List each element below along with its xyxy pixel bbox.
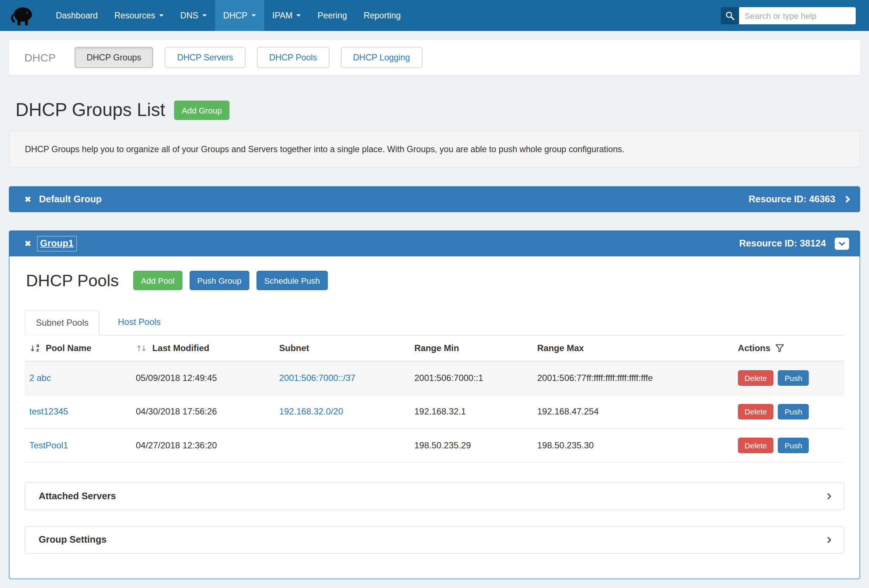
subnet-pools-table: ↓az Pool Name ↑↓ Last Modified Subnet Ra… <box>25 336 844 463</box>
accordion-label: Group Settings <box>39 535 107 546</box>
nav-label: DNS <box>180 11 198 21</box>
delete-button[interactable]: Delete <box>738 404 774 420</box>
pool-name-link[interactable]: 2 abc <box>30 373 51 383</box>
pool-name-cell: 2 abc <box>25 361 132 395</box>
range-max-cell: 2001:506:77ff:ffff:ffff:ffff:ffff:fffe <box>533 361 734 395</box>
nav-item-dns[interactable]: DNS <box>172 0 215 31</box>
last-modified-cell: 04/27/2018 12:36:20 <box>131 428 274 462</box>
subnet-cell <box>275 428 410 462</box>
groups-description: DHCP Groups help you to organize all of … <box>9 130 860 168</box>
group1-body: DHCP Pools Add Pool Push Group Schedule … <box>9 256 860 579</box>
push-button[interactable]: Push <box>778 438 809 453</box>
group-header-right: Resource ID: 38124 <box>739 237 849 249</box>
group-panel-group1: ✖ Group1 Resource ID: 38124 DHCP Pools A… <box>9 231 860 579</box>
col-header-range-min: Range Min <box>410 336 532 361</box>
nav-label: IPAM <box>272 11 293 21</box>
subnet-link[interactable]: 2001:506:7000::/37 <box>279 373 356 383</box>
col-label: Actions <box>738 344 770 353</box>
main-nav: Dashboard Resources DNS DHCP IPAM Peerin… <box>47 0 409 31</box>
pool-tabs: Subnet Pools Host Pools <box>25 310 844 336</box>
push-button[interactable]: Push <box>778 370 809 386</box>
nav-item-peering[interactable]: Peering <box>309 0 355 31</box>
subnet-link[interactable]: 192.168.32.0/20 <box>279 407 344 416</box>
col-label: Last Modified <box>152 344 209 353</box>
section-tab-bar: DHCP DHCP Groups DHCP Servers DHCP Pools… <box>9 40 860 75</box>
group-name-link[interactable]: Group1 <box>39 238 75 249</box>
group-header-group1[interactable]: ✖ Group1 Resource ID: 38124 <box>9 231 860 257</box>
tab-dhcp-logging[interactable]: DHCP Logging <box>341 47 422 68</box>
range-min-cell: 2001:506:7000::1 <box>410 361 532 395</box>
caret-down-icon <box>251 14 256 16</box>
col-label: Range Max <box>537 344 584 353</box>
range-min-cell: 192.168.32.1 <box>410 395 532 429</box>
sort-alpha-icon[interactable]: ↓az <box>30 344 39 353</box>
delete-button[interactable]: Delete <box>738 370 774 386</box>
tab-subnet-pools[interactable]: Subnet Pools <box>25 310 100 336</box>
elephant-logo[interactable] <box>10 4 36 27</box>
col-label: Subnet <box>279 344 309 353</box>
nav-item-resources[interactable]: Resources <box>106 0 172 31</box>
nav-label: DHCP <box>223 11 247 21</box>
col-label: Range Min <box>414 344 459 353</box>
col-header-range-max: Range Max <box>533 336 734 361</box>
search-icon[interactable] <box>721 7 739 24</box>
caret-down-icon <box>202 14 206 16</box>
global-search <box>721 7 856 24</box>
tab-dhcp-servers[interactable]: DHCP Servers <box>165 47 245 68</box>
group-panel-default: ✖ Default Group Resource ID: 46363 <box>9 187 860 213</box>
elephant-logo-graphic <box>10 4 36 27</box>
page-title: DHCP Groups List <box>15 99 165 120</box>
col-header-pool-name[interactable]: ↓az Pool Name <box>25 336 132 361</box>
group-name: Default Group <box>39 194 102 205</box>
table-row: TestPool1 04/27/2018 12:36:20 198.50.235… <box>25 428 844 462</box>
col-label: Pool Name <box>46 344 91 353</box>
filter-icon[interactable] <box>776 345 784 352</box>
chevron-right-icon[interactable] <box>843 196 850 203</box>
nav-item-dhcp[interactable]: DHCP <box>215 0 264 31</box>
delete-button[interactable]: Delete <box>738 438 774 453</box>
push-button[interactable]: Push <box>778 404 809 420</box>
range-min-cell: 198.50.235.29 <box>410 428 532 462</box>
close-icon[interactable]: ✖ <box>24 194 31 204</box>
pool-name-link[interactable]: test12345 <box>30 407 68 416</box>
pool-name-cell: TestPool1 <box>25 428 132 462</box>
tab-host-pools[interactable]: Host Pools <box>107 310 171 335</box>
actions-cell: Delete Push <box>733 361 844 395</box>
section-label: DHCP <box>24 51 56 64</box>
col-header-subnet: Subnet <box>275 336 410 361</box>
close-icon[interactable]: ✖ <box>24 238 31 248</box>
group-settings-accordion[interactable]: Group Settings <box>25 526 844 554</box>
group-header-default[interactable]: ✖ Default Group Resource ID: 46363 <box>9 187 860 213</box>
attached-servers-accordion[interactable]: Attached Servers <box>25 483 844 510</box>
nav-label: Reporting <box>364 11 401 21</box>
caret-down-icon <box>296 14 301 16</box>
add-group-button[interactable]: Add Group <box>174 100 230 120</box>
col-header-actions: Actions <box>733 336 844 361</box>
groups-description-text: DHCP Groups help you to organize all of … <box>25 144 625 154</box>
search-input[interactable] <box>739 7 856 24</box>
resource-id: Resource ID: 46363 <box>749 194 835 205</box>
group-header-right: Resource ID: 46363 <box>749 194 849 205</box>
last-modified-cell: 04/30/2018 17:56:26 <box>131 395 274 429</box>
tab-dhcp-groups[interactable]: DHCP Groups <box>74 47 153 68</box>
nav-label: Peering <box>317 11 347 21</box>
push-group-button[interactable]: Push Group <box>190 271 249 290</box>
resource-id: Resource ID: 38124 <box>739 238 826 249</box>
chevron-down-icon <box>839 239 845 245</box>
nav-label: Dashboard <box>56 11 98 21</box>
pool-name-link[interactable]: TestPool1 <box>30 441 68 450</box>
collapse-toggle[interactable] <box>835 237 849 249</box>
nav-item-reporting[interactable]: Reporting <box>355 0 409 31</box>
sort-updown-icon[interactable]: ↑↓ <box>136 344 145 353</box>
last-modified-cell: 05/09/2018 12:49:45 <box>131 361 274 395</box>
schedule-push-button[interactable]: Schedule Push <box>257 271 328 290</box>
page-title-row: DHCP Groups List Add Group <box>9 99 860 120</box>
table-row: test12345 04/30/2018 17:56:26 192.168.32… <box>25 395 844 429</box>
nav-item-ipam[interactable]: IPAM <box>264 0 309 31</box>
nav-item-dashboard[interactable]: Dashboard <box>47 0 106 31</box>
col-header-last-modified[interactable]: ↑↓ Last Modified <box>131 336 274 361</box>
tab-dhcp-pools[interactable]: DHCP Pools <box>257 47 329 68</box>
top-navbar: Dashboard Resources DNS DHCP IPAM Peerin… <box>0 0 869 31</box>
subnet-cell: 2001:506:7000::/37 <box>275 361 410 395</box>
add-pool-button[interactable]: Add Pool <box>133 271 182 290</box>
